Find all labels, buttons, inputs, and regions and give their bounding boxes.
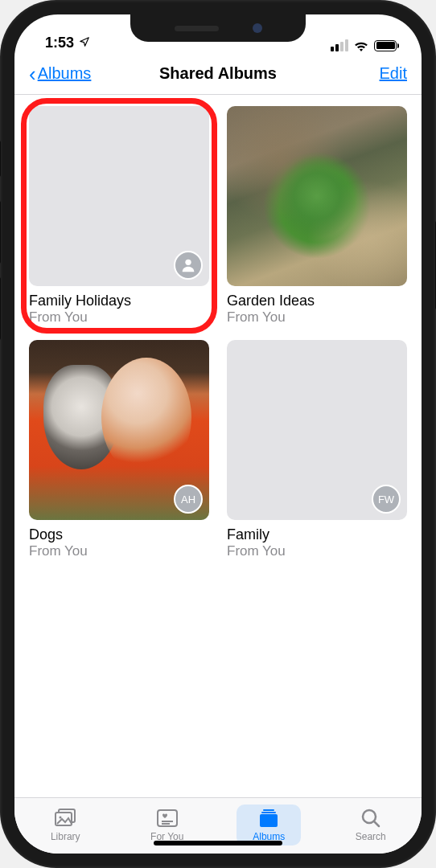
edit-button[interactable]: Edit [380, 64, 407, 83]
phone-frame: 1:53 ‹ Albums [0, 0, 436, 868]
tab-label: Library [51, 831, 80, 842]
volume-up-button [0, 201, 1, 264]
albums-icon [257, 808, 281, 829]
svg-point-0 [185, 260, 191, 265]
wifi-icon [353, 39, 369, 51]
initials-badge: AH [174, 485, 203, 514]
album-thumbnail [227, 106, 407, 286]
svg-rect-8 [261, 812, 276, 813]
screen: 1:53 ‹ Albums [14, 14, 422, 854]
album-title: Dogs [29, 526, 209, 543]
album-title: Family Holidays [29, 293, 209, 309]
battery-icon [374, 40, 399, 51]
search-icon [359, 808, 383, 829]
albums-grid: Family Holidays From You Garden Ideas Fr… [14, 95, 422, 797]
album-subtitle: From You [29, 309, 209, 326]
tab-for-you[interactable]: For You [135, 805, 199, 845]
library-icon [53, 808, 77, 829]
album-title: Garden Ideas [227, 293, 407, 309]
album-title: Family [227, 526, 407, 543]
album-subtitle: From You [227, 309, 407, 326]
cellular-signal-icon [331, 39, 348, 51]
album-subtitle: From You [29, 543, 209, 559]
album-dogs[interactable]: AH Dogs From You [29, 340, 209, 559]
album-family[interactable]: FW Family From You [227, 340, 407, 559]
tab-library[interactable]: Library [33, 805, 97, 845]
album-thumbnail: FW [227, 340, 407, 520]
album-thumbnail: AH [29, 340, 209, 520]
album-family-holidays[interactable]: Family Holidays From You [29, 106, 209, 326]
clock: 1:53 [45, 35, 74, 51]
initials-badge: FW [372, 485, 401, 514]
back-button[interactable]: ‹ Albums [29, 63, 91, 84]
svg-rect-7 [263, 809, 274, 811]
home-indicator[interactable] [154, 841, 282, 845]
album-subtitle: From You [227, 543, 407, 559]
tab-label: Search [356, 831, 386, 842]
location-icon [79, 35, 90, 51]
album-thumbnail [29, 106, 209, 286]
chevron-left-icon: ‹ [29, 63, 36, 84]
tab-search[interactable]: Search [339, 805, 403, 845]
back-label: Albums [38, 64, 92, 83]
svg-line-11 [374, 821, 379, 826]
page-title: Shared Albums [159, 64, 277, 83]
tab-albums[interactable]: Albums [237, 805, 301, 845]
svg-rect-9 [260, 814, 278, 827]
volume-down-button [0, 277, 1, 340]
silent-switch [0, 141, 1, 177]
album-garden-ideas[interactable]: Garden Ideas From You [227, 106, 407, 326]
svg-point-3 [60, 817, 62, 819]
notch [130, 14, 306, 42]
navigation-bar: ‹ Albums Shared Albums Edit [14, 53, 422, 95]
person-badge-icon [174, 251, 203, 280]
for-you-icon [155, 808, 179, 829]
